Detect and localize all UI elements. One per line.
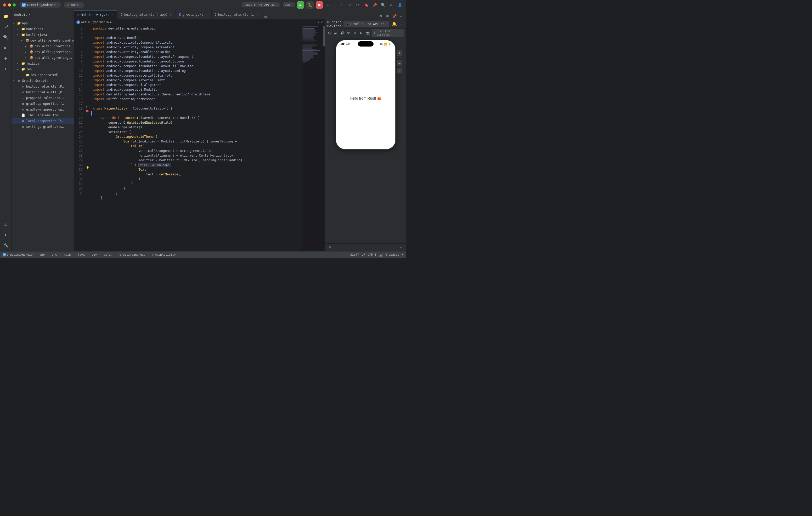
tree-item-gradle-props[interactable]: ⚙ gradle.properties (Project P (11, 101, 74, 107)
git-status[interactable]: ⬆ (402, 253, 403, 256)
vcs-button[interactable]: ⟳ (355, 2, 361, 8)
git-button[interactable]: ⎇ (346, 2, 353, 8)
zoom-in-button[interactable]: + (397, 50, 402, 56)
terminal-icon[interactable]: ▮ (1, 230, 10, 239)
breadcrumb-app[interactable]: app (39, 253, 45, 256)
notification-bell[interactable]: 🔔 (392, 21, 397, 27)
indent-settings[interactable]: 4 spaces (385, 253, 399, 256)
commit-button[interactable]: ↑ (338, 2, 344, 8)
tree-item-res[interactable]: ▸ 📁 res (11, 66, 74, 72)
breadcrumb-alfin[interactable]: alfin (104, 253, 113, 256)
bookmark-gutter-icon[interactable]: 🔴 (86, 110, 89, 113)
layers-button[interactable]: ⊟ (327, 245, 333, 250)
breadcrumb-greetingandroid[interactable]: greetingandroid (119, 253, 145, 256)
device-tab-close[interactable]: ✕ (385, 22, 387, 26)
layout-button[interactable]: ⊞ (384, 13, 390, 19)
tab-close-button[interactable]: ✕ (169, 13, 173, 17)
tree-item-proguard[interactable]: 🛡 proguard-rules.pro (ProGu (11, 95, 74, 101)
app-selector[interactable]: app ▾ (283, 2, 295, 7)
breadcrumb-java[interactable]: java (78, 253, 85, 256)
tree-item-pkg4[interactable]: ▸ 📦 dev.alfin.greetingandroide (11, 55, 74, 61)
profile-button[interactable]: 👤 (397, 2, 403, 8)
tree-item-app[interactable]: ▾ 📁 app (11, 20, 74, 26)
volume-down-button[interactable]: 🔉 (334, 30, 338, 36)
sidebar-header[interactable]: Android ▾ (11, 10, 74, 19)
gradle-nav-icon[interactable]: 🔧 (1, 240, 10, 250)
tab-build-gradle-app[interactable]: G build.gradle.kts (:app) ✕ (117, 10, 176, 19)
tab-build-gradle-root[interactable]: G build.gradle.kts (… ✕ (212, 10, 262, 19)
tree-item-res-gen[interactable]: 📁 res (generated) (11, 72, 74, 78)
tree-item-gradle-scripts[interactable]: ▾ ⚙ Gradle Scripts (11, 78, 74, 84)
branch-selector[interactable]: ⎇ main ▾ (64, 2, 84, 7)
gem-icon[interactable]: ◆ (1, 53, 10, 63)
ai-button[interactable]: ✦ (398, 21, 404, 27)
zoom-out-button[interactable]: − (397, 60, 402, 66)
find-icon[interactable]: 🔍 (1, 32, 10, 42)
tree-item-manifests[interactable]: ▾ 📁 manifests (11, 26, 74, 32)
maximize-button[interactable] (12, 3, 16, 6)
vertical-scrollbar[interactable] (323, 25, 325, 251)
vcs-icon[interactable]: ⎇ (1, 22, 10, 31)
bulb-gutter-icon[interactable]: 💡 (86, 166, 89, 170)
breadcrumb-dev[interactable]: dev (92, 253, 97, 256)
tab-close-button[interactable]: ✕ (111, 13, 114, 17)
close-button[interactable] (3, 3, 6, 6)
breadcrumb-main[interactable]: main (64, 253, 71, 256)
code-body[interactable]: package dev.alfin.greetingandroid import… (91, 25, 302, 251)
debug-button[interactable]: 🐛 (306, 1, 314, 9)
volume-up-button[interactable]: 🔊 (340, 30, 345, 36)
line-ending[interactable]: LF (361, 253, 365, 256)
project-selector[interactable]: GA GreetingAndroid ▾ (20, 2, 61, 7)
merge-icon[interactable]: ↕ (1, 64, 10, 73)
tab-close-button[interactable]: ✕ (256, 13, 259, 17)
tree-item-kotlin[interactable]: ▾ 📁 kotlin+java (11, 32, 74, 38)
project-tree-icon[interactable]: 📁 (1, 11, 10, 21)
pin-button[interactable]: 📌 (392, 13, 397, 19)
run-button[interactable]: ▶ (297, 1, 304, 9)
breadcrumb-item[interactable]: G GreetingAndroid (3, 253, 32, 256)
rotate-button[interactable]: ⟳ (346, 30, 351, 36)
tree-item-gradle-wrapper[interactable]: ⚙ gradle-wrapper.properties (11, 107, 74, 113)
tab-greeting[interactable]: K greeting.kt ✕ (176, 10, 211, 19)
settings-button[interactable]: ⚙ (388, 2, 395, 8)
ai-assistant-button[interactable]: ✦ (398, 245, 404, 250)
search-button[interactable]: 🔍 (380, 2, 386, 8)
tree-item-pkg1[interactable]: ▸ 📦 dev.alfin.greetingandroid (11, 38, 74, 43)
run-gutter-icon[interactable]: ▶ (86, 105, 88, 109)
column-selector[interactable]: ☰ (379, 253, 382, 257)
split-editor-button[interactable]: ⊟ (378, 13, 383, 19)
tree-item-local-props[interactable]: ⚙ local.properties (SDK Locat (11, 118, 74, 124)
more-run-options-button[interactable]: ⋯ (325, 2, 331, 8)
stop-button[interactable]: ■ (316, 1, 323, 9)
scrollbar-thumb[interactable] (323, 26, 325, 47)
breadcrumb-mainactivity[interactable]: K MainActivity (152, 253, 176, 256)
tabs-overflow-button[interactable]: ≫ (262, 15, 270, 19)
annotations-button[interactable]: 📌 (372, 2, 378, 8)
problems-icon[interactable]: ⚠ (1, 219, 10, 229)
next-button[interactable]: ▶ (359, 30, 364, 36)
minimize-button[interactable] (8, 3, 11, 6)
more-editor-options[interactable]: ⋯ (398, 13, 404, 19)
bookmarks-button[interactable]: 🔖 (363, 2, 369, 8)
tree-label: dev.alfin.greetingandroide (34, 56, 73, 60)
device-selector[interactable]: Pixel 6 Pro API 33 ▾ (241, 2, 280, 7)
tree-item-libs-versions[interactable]: 📄 libs.versions.toml (Version (11, 113, 74, 118)
encoding[interactable]: UTF-8 (368, 253, 376, 256)
tree-item-jnilibs[interactable]: ▸ 📁 jniLibs (11, 61, 74, 66)
tab-main-activity[interactable]: K MainActivity.kt ✕ (74, 10, 117, 19)
tree-item-pkg3[interactable]: ▸ 📦 dev.alfin.greetingandroide (11, 49, 74, 55)
tree-item-pkg2[interactable]: ▸ 📦 dev.alfin.greetingandroide (11, 43, 74, 49)
fit-screen-button[interactable]: ⤢ (397, 68, 402, 73)
fold-button[interactable]: ⧉ (353, 30, 357, 36)
file-tree[interactable]: ▾ 📁 app ▾ 📁 manifests ▾ 📁 kotlin+java ▸ … (11, 19, 74, 251)
tree-item-build-gradle-app[interactable]: ⚙ build.gradle.kts (Module :ap (11, 89, 74, 95)
screenshot-button[interactable]: 📷 (365, 30, 370, 36)
run-icon[interactable]: ▶ (1, 43, 10, 52)
power-button[interactable]: ⏻ (327, 30, 332, 36)
pixel-device-tab[interactable]: 📱 Pixel 6 Pro API 33 ✕ (344, 21, 389, 27)
tab-close-button[interactable]: ✕ (205, 13, 208, 17)
cursor-position[interactable]: 31:47 (350, 253, 359, 256)
tree-item-build-gradle-proj[interactable]: ⚙ build.gradle.kts (Project: Gr (11, 84, 74, 89)
tree-item-settings-gradle[interactable]: ⚙ settings.gradle.kts (Project (11, 124, 74, 130)
breadcrumb-src[interactable]: src (52, 253, 57, 256)
